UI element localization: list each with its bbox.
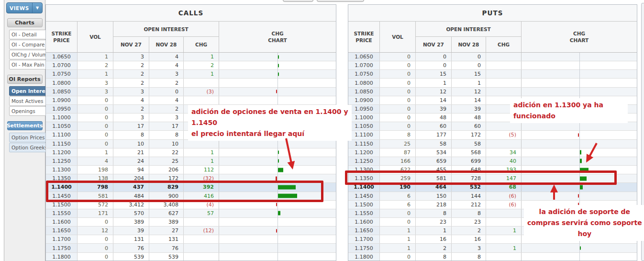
puts-strike-cell: 1.1500 (348, 201, 379, 209)
puts-row-1.0850[interactable]: 1.085001212 (348, 88, 637, 96)
annotation-line: la adición de soporte de (527, 206, 642, 217)
calls-row-1.1600[interactable]: 1.16000389389 (46, 218, 336, 227)
calls-row-1.0750[interactable]: 1.07501231 (46, 70, 336, 79)
puts-nov27-cell: 659 (415, 157, 451, 165)
puts-chg-bar (580, 247, 581, 250)
calls-row-1.1250[interactable]: 1.1250424251 (46, 157, 336, 166)
puts-chg-cell (486, 79, 521, 87)
calls-vol-cell: 4 (77, 157, 113, 165)
puts-row-1.1200[interactable]: 1.12008753456834 (348, 148, 637, 157)
views-button[interactable]: VIEWS ▼ (6, 2, 43, 13)
puts-chg-cell: 1 (486, 227, 521, 235)
puts-row-1.1450[interactable]: 1.14506150144(6) (348, 192, 637, 201)
puts-strike-cell: 1.0800 (348, 79, 379, 87)
calls-vol-cell: 3 (77, 88, 113, 96)
calls-strike-cell: 1.1250 (46, 157, 77, 165)
calls-nov28-cell: 27 (149, 227, 183, 235)
calls-row-1.1550[interactable]: 1.155017157062757 (46, 209, 336, 218)
puts-vol-cell: 166 (379, 157, 415, 165)
calls-strike-cell: 1.0700 (46, 61, 77, 69)
top-toolbar-button-fragment-2[interactable] (317, 0, 364, 2)
puts-nov27-cell: 15 (415, 70, 451, 78)
calls-chg-cell (183, 253, 219, 261)
puts-vol-cell: 0 (379, 105, 415, 113)
puts-row-1.0700[interactable]: 1.0700000 (348, 61, 637, 70)
sidebar-item-open-interest[interactable]: Open Interest (9, 86, 47, 96)
calls-nov27-cell: 2 (113, 105, 149, 113)
calls-nov28-cell: 3 (149, 113, 183, 122)
calls-row-1.1800[interactable]: 1.18000539539 (46, 253, 336, 261)
calls-chg-chart-cell (219, 244, 336, 252)
puts-row-1.0750[interactable]: 1.075001515 (348, 70, 637, 79)
calls-nov27-cell: 2 (113, 61, 149, 69)
puts-row-1.0800[interactable]: 1.0800011 (348, 79, 637, 87)
calls-row-1.0800[interactable]: 1.0800322 (46, 79, 336, 87)
calls-nov27-cell: 539 (113, 253, 149, 261)
puts-row-1.0650[interactable]: 1.0650000 (348, 53, 637, 61)
calls-table-body: 1.065013411.070022421.075012311.08003221… (46, 53, 336, 261)
puts-nov28-cell: 172 (451, 131, 486, 139)
calls-chg-chart-cell (219, 79, 336, 87)
puts-chg-chart-cell (521, 53, 637, 61)
sidebar-item-oi-detail[interactable]: OI - Detail (9, 30, 47, 39)
puts-chg-cell: (5) (486, 131, 521, 139)
calls-chg-cell: 57 (183, 209, 219, 217)
calls-row-1.1300[interactable]: 1.130019894206112 (46, 166, 336, 174)
calls-chg-chart-cell (219, 96, 336, 104)
calls-chg-cell (183, 96, 219, 104)
calls-row-1.0900[interactable]: 1.0900044 (46, 96, 336, 105)
calls-row-1.1700[interactable]: 1.17000131131 (46, 235, 336, 244)
calls-nov27-cell: 8 (113, 131, 149, 139)
puts-nov28-cell: 8 (451, 253, 486, 261)
puts-nov27-cell: 0 (415, 61, 451, 69)
puts-nov28-cell: 699 (451, 157, 486, 165)
puts-chg-cell (486, 70, 521, 78)
calls-chg-chart-cell (219, 53, 336, 61)
calls-row-1.1150[interactable]: 1.115001010 (46, 140, 336, 148)
calls-chg-chart-cell (219, 140, 336, 148)
sidebar-item-option-greeks[interactable]: Option Greeks (9, 143, 47, 152)
puts-annotation-note-top: adición en 1.1300 ya ha funcionado (510, 98, 628, 123)
sidebar-item-most-actives[interactable]: Most Actives (9, 96, 47, 106)
puts-nov28-cell: 14 (451, 96, 486, 104)
sidebar-item-openings[interactable]: Openings (9, 106, 47, 116)
calls-row-1.0650[interactable]: 1.06501341 (46, 53, 336, 61)
chevron-down-icon[interactable]: ▼ (33, 3, 42, 13)
puts-row-1.1150[interactable]: 1.1150255858 (348, 140, 637, 148)
sidebar-item-option-prices[interactable]: Option Prices (9, 133, 47, 142)
calls-strike-cell: 1.1200 (46, 148, 77, 157)
calls-row-1.1200[interactable]: 1.1200121221 (46, 148, 336, 157)
puts-row-1.1100[interactable]: 1.11008177172(5) (348, 131, 637, 139)
calls-vol-cell: 0 (77, 235, 113, 243)
calls-strike-cell: 1.0650 (46, 53, 77, 61)
puts-row-1.1750[interactable]: 1.17501231 (348, 244, 637, 252)
puts-nov28-cell: 23 (451, 218, 486, 226)
puts-row-1.1800[interactable]: 1.1800088 (348, 253, 637, 261)
calls-row-1.0700[interactable]: 1.07002242 (46, 61, 336, 70)
calls-vol-cell: 0 (77, 122, 113, 130)
calls-strike-cell: 1.1700 (46, 235, 77, 243)
header-open-interest: OPEN INTEREST (415, 22, 521, 37)
calls-row-1.0850[interactable]: 1.0850330(3) (46, 88, 336, 96)
calls-vol-cell: 3 (77, 79, 113, 87)
header-nov28: NOV 28 (149, 37, 183, 52)
calls-nov27-cell: 570 (113, 209, 149, 217)
calls-chg-chart-cell (219, 235, 336, 243)
calls-chg-bar (278, 64, 279, 67)
calls-strike-cell: 1.1050 (46, 122, 77, 130)
sidebar-item-oichg-volume[interactable]: OIChg / Volume (9, 50, 47, 59)
puts-vol-cell: 0 (379, 209, 415, 217)
puts-chg-chart-cell (521, 157, 637, 165)
calls-chg-bar (278, 159, 279, 163)
sidebar-item-oi-compare[interactable]: OI - Compare (9, 40, 47, 49)
calls-chg-chart-cell (219, 88, 336, 96)
sidebar-header-settlements: Settlements (7, 121, 43, 130)
puts-row-1.1250[interactable]: 1.125016665969940 (348, 157, 637, 166)
views-button-label[interactable]: VIEWS (7, 3, 33, 13)
calls-row-1.1750[interactable]: 1.175007676 (46, 244, 336, 252)
puts-panel-title: PUTS (348, 5, 637, 22)
puts-row-1.1050[interactable]: 1.105006060 (348, 122, 637, 131)
top-toolbar-button-fragment-1[interactable] (283, 0, 313, 2)
sidebar-item-oi-max-pain[interactable]: OI - Max Pain (9, 60, 47, 69)
calls-row-1.1650[interactable]: 1.1650123927(12) (46, 227, 336, 235)
